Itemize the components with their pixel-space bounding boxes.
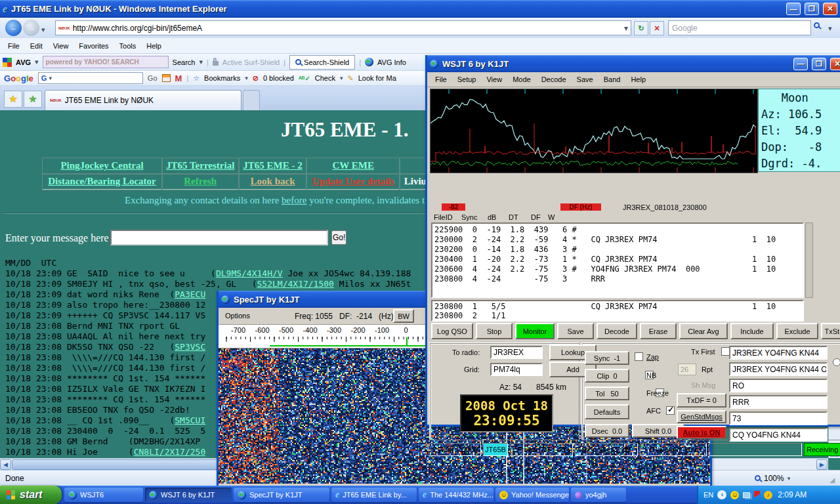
go-button[interactable]: Go! [331, 230, 346, 245]
defaults-button[interactable]: Defaults [585, 404, 629, 419]
notice-link[interactable]: before [282, 195, 306, 205]
genstdmsgs-button[interactable]: GenStdMsgs [677, 410, 726, 423]
tab-stub[interactable] [243, 90, 260, 110]
yahoo-tray-icon[interactable]: ☺ [730, 491, 739, 499]
zap-checkbox[interactable] [635, 352, 643, 361]
wsjt-titlebar[interactable]: WSJT 6 by K1JT — ❐ ✕ [427, 55, 840, 72]
log-link[interactable]: PA3ECU [175, 289, 205, 299]
wsjt-txstop-button[interactable]: TxStop [821, 323, 840, 339]
forward-button[interactable]: → [23, 20, 39, 36]
start-button[interactable]: start [0, 486, 62, 504]
taskbar-button[interactable]: WSJT 6 by K1JT [145, 488, 232, 502]
tab-jt65[interactable]: NØUK JT65 EME Link by NØUK [45, 90, 242, 110]
stop-button[interactable]: ✕ [650, 21, 664, 35]
decode-text-area[interactable]: 225900 0 -19 1.8 439 6 #230000 2 -24 2.2… [431, 222, 804, 298]
bw-button[interactable]: BW [393, 309, 414, 323]
minimize-button[interactable]: — [786, 3, 801, 15]
nav-link[interactable]: Distance/Bearing Locator [48, 176, 156, 186]
tx-message-field[interactable]: CQ YO4FNG KN44 [729, 428, 828, 442]
history-dropdown-icon[interactable]: ▾ [41, 26, 45, 34]
wsjt-log-qso-button[interactable]: Log QSO [431, 323, 473, 339]
auto-button[interactable]: Auto is ON [677, 426, 726, 439]
wsjt-monitor-button[interactable]: Monitor [515, 323, 555, 339]
nav-link[interactable]: JT65 Terrestrial [166, 160, 234, 171]
log-link[interactable]: SP3VSC [175, 342, 205, 352]
taskbar-button[interactable]: eThe 144/432 MHz... [419, 488, 494, 502]
refresh-button[interactable]: ↻ [634, 21, 648, 35]
taskbar-button[interactable]: yo4gjh [571, 488, 626, 502]
wsjt-erase-button[interactable]: Erase [640, 323, 677, 339]
search-box[interactable]: Google [668, 20, 811, 35]
message-input[interactable] [110, 230, 328, 245]
wsjt-exclude-button[interactable]: Exclude [776, 323, 818, 339]
log-link[interactable]: DL9MS/4X14H/V [216, 268, 283, 278]
tray-chevron-icon[interactable]: ‹ [717, 490, 726, 499]
avg-info-label[interactable]: AVG Info [377, 58, 406, 66]
network-icon[interactable] [743, 492, 750, 498]
wsjt-menu-view[interactable]: View [481, 74, 507, 85]
check-label[interactable]: Check [315, 74, 335, 82]
blocked-label[interactable]: 0 blocked [263, 74, 294, 82]
tol-control[interactable]: Tol 50 [585, 387, 629, 400]
tx-message-field[interactable]: JR3REX YO4FNG KN44 OOO [729, 362, 828, 376]
avg-decode-text-area[interactable]: 230800 1 5/5 CQ JR3REX PM74 1 10230800 2… [431, 300, 804, 322]
wsjt-menu-band[interactable]: Band [598, 74, 626, 85]
wsjt-include-button[interactable]: Include [730, 323, 774, 339]
clip-control[interactable]: Clip 0 [585, 369, 629, 383]
wsjt-close-button[interactable]: ✕ [830, 58, 840, 70]
lookfor-label[interactable]: Look for Ma [358, 74, 396, 82]
nav-link[interactable]: Refresh [184, 176, 217, 186]
taskbar-button[interactable]: ☺Yahoo! Messenger [495, 488, 569, 502]
tx-message-field[interactable]: 73 [729, 411, 828, 425]
nav-link[interactable]: Update User details [312, 176, 394, 186]
afc-checkbox[interactable] [666, 406, 675, 415]
wsjt-menu-mode[interactable]: Mode [507, 74, 536, 85]
ie-menu-help[interactable]: Help [141, 41, 167, 51]
close-button[interactable]: ✕ [823, 3, 837, 15]
sync-control[interactable]: Sync -1 [585, 351, 629, 365]
wsjt-menu-save[interactable]: Save [572, 74, 598, 85]
tx-message-field[interactable]: RRR [729, 395, 828, 409]
decode-scrollbar[interactable] [805, 222, 813, 298]
dsec-control[interactable]: Dsec 0.0 [585, 424, 629, 438]
resize-grip[interactable]: ◢ [830, 476, 835, 484]
nav-link[interactable]: Look back [251, 176, 295, 186]
bookmarks-label[interactable]: Bookmarks [204, 74, 240, 82]
address-field[interactable]: NØUK http://www.chris.org/cgi-bin/jt65em… [55, 20, 631, 35]
back-button[interactable]: ← [5, 20, 22, 36]
specjt-options-menu[interactable]: Options [225, 312, 250, 320]
add-favorite-button[interactable]: ★ [24, 91, 42, 108]
wsjt-menu-setup[interactable]: Setup [452, 74, 482, 85]
to-radio-field[interactable]: JR3REX [490, 346, 543, 359]
nav-link[interactable]: CW EME [332, 160, 373, 171]
google-search-field[interactable]: G▾ [38, 72, 143, 84]
hscroll-left-arrow[interactable]: ◀ [0, 459, 11, 470]
flag-icon[interactable] [754, 491, 760, 497]
zoom-control[interactable]: 100% ▾ [755, 474, 790, 483]
ie-menu-view[interactable]: View [48, 41, 74, 51]
favorites-button[interactable]: ★ [4, 91, 22, 108]
wsjt-decode-button[interactable]: Decode [597, 323, 637, 339]
avg-brand[interactable]: AVG [16, 58, 31, 66]
wsjt-menu-help[interactable]: Help [625, 74, 651, 85]
hscroll-right-arrow[interactable]: ▶ [816, 459, 828, 470]
google-go-button[interactable]: Go [148, 74, 158, 82]
log-link[interactable]: CN8LI/2X17/250 [134, 447, 206, 457]
search-options-icon[interactable]: ▾ [828, 24, 832, 33]
wsjt-minimize-button[interactable]: — [793, 58, 808, 70]
grid-field[interactable]: PM74lq [490, 363, 543, 376]
tx-message-radio[interactable] [833, 358, 840, 366]
ie-menu-favorites[interactable]: Favorites [74, 41, 114, 51]
wsjt-clear-avg-button[interactable]: Clear Avg [679, 323, 728, 339]
hscroll-thumb[interactable] [12, 459, 228, 470]
ie-menu-tools[interactable]: Tools [114, 41, 142, 51]
nav-link[interactable]: JT65 EME - 2 [243, 160, 302, 171]
volume-icon[interactable]: ♪ [764, 491, 772, 499]
avg-search-box[interactable]: powered by YAHOO! SEARCH [43, 56, 169, 68]
surf-shield-label[interactable]: Active Surf-Shield [222, 58, 280, 66]
txdf-button[interactable]: TxDF = 0 [677, 393, 726, 408]
wsjt-stop-button[interactable]: Stop [476, 323, 513, 339]
wsjt-menu-decode[interactable]: Decode [536, 74, 572, 85]
tx-message-field[interactable]: JR3REX YO4FNG KN44 [729, 346, 828, 360]
wsjt-menu-file[interactable]: File [430, 74, 452, 85]
